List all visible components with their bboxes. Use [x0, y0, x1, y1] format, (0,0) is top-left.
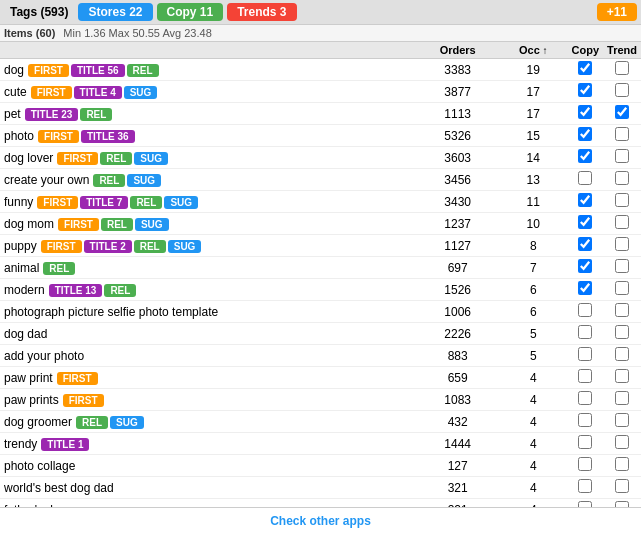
- copy-checkbox[interactable]: [578, 479, 592, 493]
- occ-cell: 5: [499, 323, 568, 345]
- orders-cell: 1127: [416, 235, 499, 257]
- table-row: photo collage1274: [0, 455, 641, 477]
- tag-name-cell: dog loverFIRSTRELSUG: [0, 147, 416, 169]
- trend-checkbox[interactable]: [615, 281, 629, 295]
- trend-checkbox[interactable]: [615, 369, 629, 383]
- copy-checkbox[interactable]: [578, 501, 592, 507]
- trend-cell: [603, 81, 641, 103]
- copy-checkbox[interactable]: [578, 237, 592, 251]
- copy-checkbox[interactable]: [578, 105, 592, 119]
- copy-checkbox[interactable]: [578, 413, 592, 427]
- copy-checkbox[interactable]: [578, 391, 592, 405]
- badge-sug: SUG: [168, 240, 202, 253]
- tag-name: world's best dog dad: [4, 481, 114, 495]
- header-bar: Tags (593) Stores 22 Copy 11 Trends 3 +1…: [0, 0, 641, 25]
- plus-button[interactable]: +11: [597, 3, 637, 21]
- trend-checkbox[interactable]: [615, 61, 629, 75]
- copy-checkbox[interactable]: [578, 61, 592, 75]
- orders-cell: 3456: [416, 169, 499, 191]
- col-orders[interactable]: Orders: [416, 42, 499, 59]
- table-row: dog momFIRSTRELSUG123710: [0, 213, 641, 235]
- badge-rel: REL: [76, 416, 108, 429]
- trends-button[interactable]: Trends 3: [227, 3, 296, 21]
- badge-rel: REL: [104, 284, 136, 297]
- tag-name-cell: photo collage: [0, 455, 416, 477]
- col-copy[interactable]: Copy: [568, 42, 604, 59]
- trend-checkbox[interactable]: [615, 83, 629, 97]
- occ-cell: 17: [499, 81, 568, 103]
- badge-title: TITLE 23: [25, 108, 79, 121]
- copy-checkbox[interactable]: [578, 281, 592, 295]
- copy-cell: [568, 499, 604, 508]
- tag-name-cell: puppyFIRSTTITLE 2RELSUG: [0, 235, 416, 257]
- trend-checkbox[interactable]: [615, 259, 629, 273]
- footer: Check other apps: [0, 507, 641, 534]
- copy-checkbox[interactable]: [578, 259, 592, 273]
- copy-checkbox[interactable]: [578, 149, 592, 163]
- tag-name: create your own: [4, 173, 89, 187]
- trend-checkbox[interactable]: [615, 127, 629, 141]
- badge-first: FIRST: [37, 196, 78, 209]
- copy-button[interactable]: Copy 11: [157, 3, 224, 21]
- copy-checkbox[interactable]: [578, 171, 592, 185]
- trend-checkbox[interactable]: [615, 413, 629, 427]
- tag-name-cell: trendyTITLE 1: [0, 433, 416, 455]
- trend-cell: [603, 389, 641, 411]
- tag-name-cell: dogFIRSTTITLE 56REL: [0, 59, 416, 81]
- table-row: puppyFIRSTTITLE 2RELSUG11278: [0, 235, 641, 257]
- copy-checkbox[interactable]: [578, 215, 592, 229]
- table-row: add your photo8835: [0, 345, 641, 367]
- trend-checkbox[interactable]: [615, 435, 629, 449]
- occ-cell: 4: [499, 411, 568, 433]
- check-other-apps-link[interactable]: Check other apps: [270, 514, 371, 528]
- table-row: paw printFIRST6594: [0, 367, 641, 389]
- trend-checkbox[interactable]: [615, 149, 629, 163]
- copy-checkbox[interactable]: [578, 369, 592, 383]
- col-occ[interactable]: Occ: [499, 42, 568, 59]
- stores-button[interactable]: Stores 22: [78, 3, 152, 21]
- trend-checkbox[interactable]: [615, 215, 629, 229]
- occ-cell: 7: [499, 257, 568, 279]
- orders-cell: 3877: [416, 81, 499, 103]
- orders-cell: 659: [416, 367, 499, 389]
- copy-cell: [568, 103, 604, 125]
- trend-cell: [603, 345, 641, 367]
- trend-checkbox[interactable]: [615, 193, 629, 207]
- trend-checkbox[interactable]: [615, 171, 629, 185]
- copy-checkbox[interactable]: [578, 303, 592, 317]
- trend-checkbox[interactable]: [615, 391, 629, 405]
- trend-checkbox[interactable]: [615, 347, 629, 361]
- col-tag: [0, 42, 416, 59]
- copy-checkbox[interactable]: [578, 325, 592, 339]
- tag-name: add your photo: [4, 349, 84, 363]
- trend-checkbox[interactable]: [615, 501, 629, 507]
- copy-checkbox[interactable]: [578, 193, 592, 207]
- badge-rel: REL: [93, 174, 125, 187]
- copy-cell: [568, 411, 604, 433]
- trend-cell: [603, 477, 641, 499]
- copy-checkbox[interactable]: [578, 127, 592, 141]
- orders-cell: 3383: [416, 59, 499, 81]
- items-count: Items (60): [4, 27, 55, 39]
- copy-checkbox[interactable]: [578, 347, 592, 361]
- trend-checkbox[interactable]: [615, 105, 629, 119]
- col-trend[interactable]: Trend: [603, 42, 641, 59]
- copy-checkbox[interactable]: [578, 435, 592, 449]
- copy-checkbox[interactable]: [578, 457, 592, 471]
- trend-cell: [603, 279, 641, 301]
- copy-checkbox[interactable]: [578, 83, 592, 97]
- badge-rel: REL: [101, 218, 133, 231]
- occ-cell: 4: [499, 477, 568, 499]
- trend-checkbox[interactable]: [615, 479, 629, 493]
- trend-cell: [603, 103, 641, 125]
- trend-checkbox[interactable]: [615, 325, 629, 339]
- badge-sug: SUG: [127, 174, 161, 187]
- trend-cell: [603, 455, 641, 477]
- trend-checkbox[interactable]: [615, 237, 629, 251]
- badge-first: FIRST: [57, 372, 98, 385]
- tag-name-cell: funnyFIRSTTITLE 7RELSUG: [0, 191, 416, 213]
- tag-name: dog dad: [4, 327, 47, 341]
- trend-checkbox[interactable]: [615, 303, 629, 317]
- trend-checkbox[interactable]: [615, 457, 629, 471]
- occ-cell: 6: [499, 279, 568, 301]
